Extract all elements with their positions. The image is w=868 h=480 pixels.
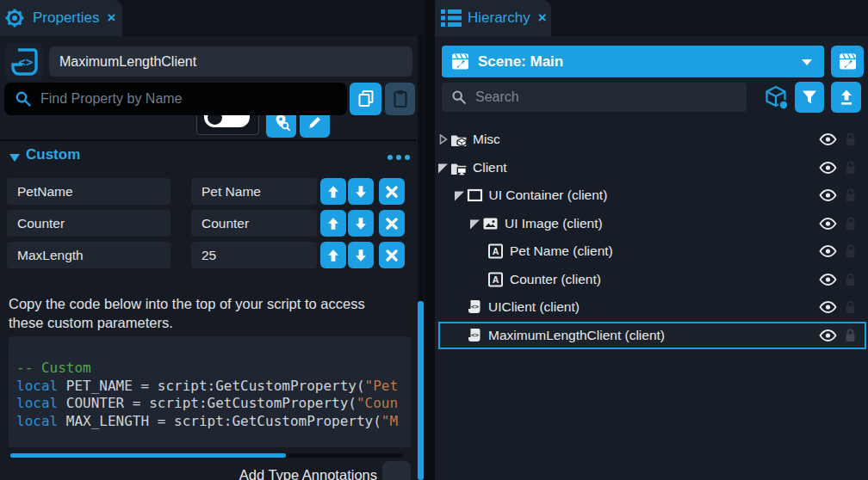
scene-selector-dropdown[interactable]: Scene: Main: [442, 46, 824, 77]
svg-text:<>: <>: [471, 303, 480, 311]
close-icon[interactable]: ×: [107, 9, 115, 27]
property-name-field[interactable]: [7, 178, 170, 205]
copy-icon: [356, 89, 375, 109]
tab-properties-label: Properties: [33, 9, 99, 27]
gear-icon: [4, 6, 27, 30]
code-snippet-box: -- Custom local PET_NAME = script:GetCus…: [9, 336, 411, 447]
tree-item-label: Client: [473, 160, 507, 175]
tree-row[interactable]: UI Image (client): [435, 210, 868, 237]
tree-row[interactable]: UI Container (client): [435, 182, 868, 209]
hierarchy-list-icon: [441, 9, 462, 28]
hierarchy-tabbar: Hierarchy ×: [435, 0, 868, 36]
tree-item-label: Counter (client): [510, 272, 601, 287]
editor-window: Properties × <>: [0, 0, 868, 480]
lock-icon[interactable]: [844, 188, 857, 203]
close-icon[interactable]: ×: [538, 9, 547, 27]
delete-property-button[interactable]: [379, 210, 405, 237]
object-mode-cube-icon[interactable]: [763, 84, 790, 111]
tree-item-label: MaximumLengthClient (client): [488, 328, 665, 343]
lock-icon[interactable]: [844, 216, 857, 231]
arrow-up-icon: [326, 248, 341, 263]
lock-icon[interactable]: [844, 272, 857, 286]
property-search-input[interactable]: [39, 90, 347, 108]
move-up-button[interactable]: [320, 242, 346, 268]
collapse-arrow-icon[interactable]: [437, 162, 449, 173]
script-icon: <>: [466, 299, 482, 316]
tab-hierarchy[interactable]: Hierarchy ×: [435, 0, 551, 36]
visibility-eye-icon[interactable]: [819, 301, 837, 314]
tree-row[interactable]: <>UIClient (client): [435, 293, 868, 321]
x-icon: [385, 217, 399, 231]
pin-search-icon: [272, 113, 291, 132]
search-icon: [15, 90, 32, 108]
tree-row[interactable]: APet Name (client): [435, 237, 868, 265]
section-menu-icon[interactable]: [388, 155, 410, 160]
code-horizontal-scrollbar: [10, 453, 403, 458]
tree-item-label: Misc: [473, 132, 500, 147]
svg-text:<>: <>: [471, 330, 480, 338]
arrow-down-icon: [353, 248, 369, 263]
delete-property-button[interactable]: [379, 242, 405, 268]
tree-row[interactable]: Misc: [435, 126, 868, 153]
tree-row[interactable]: Client: [435, 154, 868, 182]
upload-icon: [838, 89, 855, 106]
custom-property-row: [0, 242, 416, 268]
paste-button[interactable]: [385, 83, 415, 115]
properties-panel: Properties × <>: [0, 0, 425, 480]
move-down-button[interactable]: [348, 242, 374, 268]
svg-text:A: A: [493, 274, 499, 285]
move-down-button[interactable]: [348, 210, 374, 237]
pencil-icon: [307, 114, 324, 131]
visibility-eye-icon[interactable]: [819, 245, 837, 258]
collapse-arrow-icon[interactable]: [469, 218, 480, 229]
new-scene-button[interactable]: [831, 46, 864, 77]
move-down-button[interactable]: [348, 178, 374, 205]
lock-icon[interactable]: [844, 328, 857, 342]
filter-button[interactable]: [795, 82, 824, 113]
collapse-triangle-icon[interactable]: [9, 154, 20, 162]
tab-properties[interactable]: Properties ×: [0, 0, 122, 36]
lock-icon[interactable]: [844, 300, 857, 315]
move-up-button[interactable]: [320, 178, 346, 205]
scene-clapper-icon: [838, 52, 858, 71]
tree-row[interactable]: <>MaximumLengthClient (client): [435, 322, 868, 349]
lock-icon[interactable]: [844, 160, 857, 175]
add-type-annotations-checkbox[interactable]: [382, 461, 411, 480]
custom-property-row: [0, 210, 416, 237]
code-horizontal-scrollbar-thumb[interactable]: [10, 453, 286, 458]
properties-vertical-scrollbar-thumb[interactable]: [418, 301, 424, 480]
properties-tabbar: Properties ×: [0, 0, 425, 36]
visibility-eye-icon[interactable]: [819, 217, 837, 230]
visibility-eye-icon[interactable]: [819, 161, 837, 174]
x-icon: [385, 185, 399, 199]
copy-button[interactable]: [350, 83, 381, 115]
property-name-field[interactable]: [7, 210, 170, 237]
tree-row[interactable]: ACounter (client): [435, 266, 868, 293]
property-value-field[interactable]: [191, 178, 317, 205]
visibility-eye-icon[interactable]: [819, 273, 837, 286]
svg-text:A: A: [493, 246, 499, 256]
expand-arrow-icon[interactable]: [437, 134, 449, 145]
scene-clapper-icon: [450, 52, 470, 71]
arrow-up-icon: [326, 184, 341, 200]
property-search-bar: [4, 83, 347, 115]
collapse-arrow-icon[interactable]: [454, 190, 465, 201]
visibility-eye-icon[interactable]: [819, 329, 837, 342]
property-name-field[interactable]: [7, 242, 170, 268]
publish-upload-button[interactable]: [831, 82, 861, 113]
object-name-input[interactable]: [49, 46, 412, 77]
visibility-eye-icon[interactable]: [819, 189, 837, 202]
move-up-button[interactable]: [320, 210, 346, 237]
delete-property-button[interactable]: [379, 178, 405, 205]
ui-text-icon: A: [487, 243, 504, 260]
property-value-field[interactable]: [191, 210, 317, 237]
svg-text:<>: <>: [19, 55, 34, 69]
hierarchy-panel: Hierarchy × Scene: Main: [435, 0, 868, 480]
lock-icon[interactable]: [844, 132, 857, 147]
hierarchy-search-input[interactable]: [474, 89, 747, 106]
properties-body: <>: [0, 36, 425, 480]
property-value-field[interactable]: [191, 242, 317, 268]
lock-icon[interactable]: [844, 244, 857, 259]
visibility-eye-icon[interactable]: [819, 133, 837, 146]
tree-item-label: UIClient (client): [488, 299, 580, 315]
